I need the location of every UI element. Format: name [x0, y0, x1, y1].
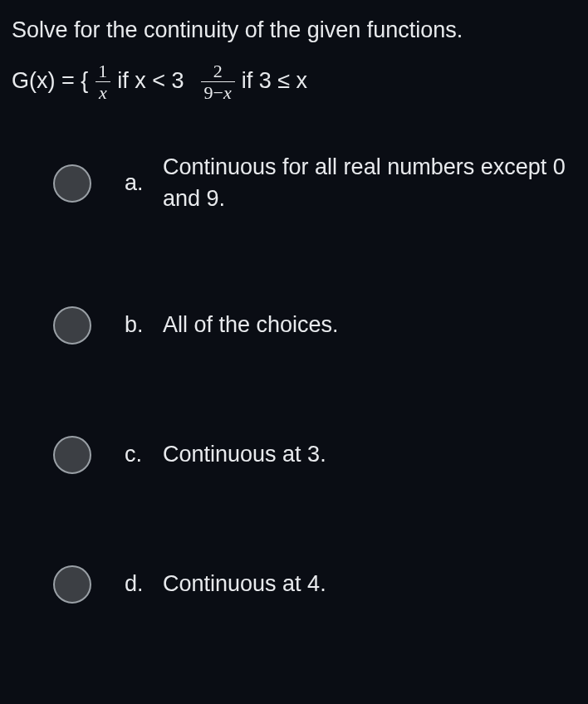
- option-c-label: c. Continuous at 3.: [125, 439, 576, 471]
- radio-b[interactable]: [53, 306, 91, 345]
- option-d-text: Continuous at 4.: [163, 569, 576, 600]
- radio-d[interactable]: [53, 565, 91, 604]
- formula-cond1: if x < 3: [117, 66, 184, 97]
- formula-cond2: if 3 ≤ x: [242, 66, 307, 97]
- frac2-denominator: 9−x: [201, 81, 235, 102]
- frac2-numerator: 2: [210, 61, 226, 81]
- radio-c[interactable]: [53, 436, 91, 474]
- question-prompt: Solve for the continuity of the given fu…: [12, 15, 576, 46]
- option-a-letter: a.: [125, 168, 148, 199]
- fraction-1: 1 x: [95, 61, 110, 102]
- option-d: d. Continuous at 4.: [53, 565, 576, 604]
- option-a-label: a. Continuous for all real numbers excep…: [125, 152, 576, 215]
- option-c: c. Continuous at 3.: [53, 436, 576, 474]
- option-c-text: Continuous at 3.: [163, 439, 576, 471]
- option-b: b. All of the choices.: [53, 306, 576, 345]
- radio-a[interactable]: [53, 164, 91, 203]
- fraction-2: 2 9−x: [201, 61, 235, 102]
- frac1-numerator: 1: [95, 61, 110, 81]
- option-a: a. Continuous for all real numbers excep…: [53, 152, 576, 215]
- option-b-text: All of the choices.: [163, 310, 576, 341]
- frac1-denominator: x: [96, 81, 110, 102]
- option-b-letter: b.: [125, 310, 148, 341]
- option-d-letter: d.: [125, 569, 148, 600]
- formula-lhs: G(x) = {: [12, 66, 88, 97]
- option-c-letter: c.: [125, 439, 148, 471]
- option-a-text: Continuous for all real numbers except 0…: [163, 152, 576, 215]
- question-formula: G(x) = { 1 x if x < 3 2 9−x if 3 ≤ x: [12, 61, 576, 102]
- option-b-label: b. All of the choices.: [125, 310, 576, 341]
- options-list: a. Continuous for all real numbers excep…: [12, 152, 576, 604]
- option-d-label: d. Continuous at 4.: [125, 569, 576, 600]
